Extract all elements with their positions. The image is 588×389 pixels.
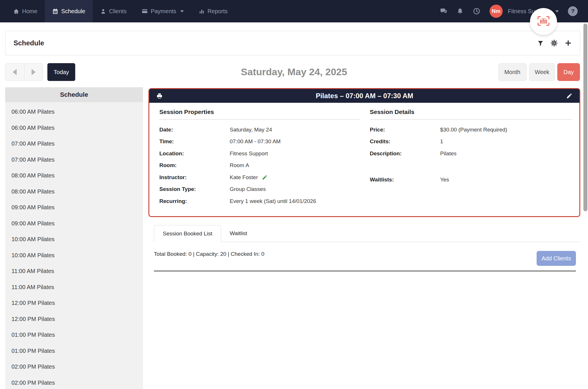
add-clients-button[interactable]: Add Clients: [537, 251, 576, 266]
person-icon: [100, 8, 106, 14]
nav-item-payments[interactable]: Payments: [134, 0, 191, 22]
property-value: Every 1 week (Sat) until 14/01/2026: [230, 198, 316, 204]
detail-value: Yes: [440, 177, 449, 183]
edit-session-icon[interactable]: [566, 93, 572, 99]
property-row: Date: Saturday, May 24: [159, 124, 360, 136]
print-icon[interactable]: [156, 93, 163, 99]
list-item[interactable]: 10:00 AM Pilates: [5, 231, 143, 247]
list-item[interactable]: 08:00 AM Pilates: [5, 168, 143, 184]
list-item[interactable]: 11:00 AM Pilates: [5, 263, 143, 279]
nav-item-clients[interactable]: Clients: [93, 0, 134, 22]
help-icon[interactable]: ?: [568, 6, 578, 16]
property-value: Fitness Support: [230, 150, 268, 157]
view-week-button[interactable]: Week: [529, 63, 555, 81]
detail-value: 1: [440, 138, 443, 145]
avatar[interactable]: Nm: [490, 5, 503, 18]
detail-row: Price: $30.00 (Payment Required): [370, 124, 572, 136]
session-detail-card: Pilates – 07:00 AM – 07:30 AM Session Pr…: [148, 88, 580, 217]
nav-item-home[interactable]: Home: [6, 0, 45, 22]
chat-icon[interactable]: [440, 7, 447, 15]
booked-list-tabs: Session Booked List Waitlist: [154, 225, 580, 242]
filter-icon[interactable]: [537, 40, 544, 47]
list-item[interactable]: 09:00 AM Pilates: [5, 200, 143, 216]
property-label: Instructor:: [159, 174, 230, 181]
bell-icon[interactable]: [457, 8, 464, 15]
main-nav: Home Schedule Clients Payments: [6, 0, 235, 22]
session-card-header: Pilates – 07:00 AM – 07:30 AM: [149, 89, 579, 103]
avatar-initials: Nm: [492, 8, 501, 14]
view-month-button[interactable]: Month: [498, 63, 527, 81]
property-row: Time: 07:00 AM - 07:30 AM: [159, 136, 360, 148]
navbar-actions: Nm Fitness Support . ?: [440, 0, 578, 22]
property-value: Room A: [230, 162, 249, 169]
chevron-down-icon: [180, 10, 184, 12]
list-item[interactable]: 02:00 PM Pilates: [5, 375, 143, 389]
nav-item-reports[interactable]: Reports: [191, 0, 235, 22]
property-value: Saturday, May 24: [230, 127, 272, 133]
list-item[interactable]: 11:00 AM Pilates: [5, 279, 143, 295]
property-label: Room:: [159, 162, 230, 169]
section-divider: [159, 119, 360, 120]
property-label: Time:: [159, 138, 230, 145]
plus-icon[interactable]: [564, 39, 572, 47]
property-label: Location:: [159, 150, 230, 157]
clock-icon[interactable]: [473, 7, 480, 15]
bar-chart-icon: [199, 8, 205, 14]
list-item[interactable]: 10:00 AM Pilates: [5, 247, 143, 264]
list-item[interactable]: 06:00 AM Pilates: [5, 120, 143, 136]
tab-session-booked-list[interactable]: Session Booked List: [154, 225, 221, 242]
list-item[interactable]: 07:00 AM Pilates: [5, 152, 143, 168]
gear-icon[interactable]: [551, 40, 558, 47]
page-header-card: Schedule: [5, 31, 580, 55]
page-title: Schedule: [13, 39, 44, 47]
session-title: Pilates – 07:00 AM – 07:30 AM: [163, 92, 566, 100]
top-navbar: Home Schedule Clients Payments: [0, 0, 588, 22]
list-item[interactable]: 12:00 PM Pilates: [5, 311, 143, 327]
list-item[interactable]: 01:00 PM Pilates: [5, 343, 143, 359]
nav-item-label: Home: [22, 8, 37, 15]
detail-row: Waitlists: Yes: [370, 174, 572, 186]
list-item[interactable]: 08:00 AM Pilates: [5, 184, 143, 200]
app-window: Home Schedule Clients Payments: [0, 0, 588, 389]
chevron-down-icon: [555, 10, 559, 12]
property-label: Session Type:: [159, 186, 230, 192]
property-row: Recurring: Every 1 week (Sat) until 14/0…: [159, 195, 360, 207]
spacer: [370, 160, 572, 174]
detail-row: Description: Pilates: [370, 148, 572, 160]
list-item[interactable]: 06:00 AM Pilates: [5, 104, 143, 120]
property-value: 07:00 AM - 07:30 AM: [230, 138, 281, 145]
booked-summary: Total Booked: 0 | Capacity: 20 | Checked…: [154, 250, 264, 258]
list-item[interactable]: 12:00 PM Pilates: [5, 295, 143, 311]
property-row: Location: Fitness Support: [159, 148, 360, 160]
nav-item-label: Clients: [109, 8, 127, 15]
detail-label: Description:: [370, 150, 440, 157]
property-value: Group Classes: [230, 186, 266, 192]
detail-label: Waitlists:: [370, 177, 440, 183]
section-heading: Session Details: [370, 108, 572, 116]
page-header-actions: [537, 39, 572, 47]
list-item[interactable]: 09:00 AM Pilates: [5, 216, 143, 232]
list-item[interactable]: 01:00 PM Pilates: [5, 327, 143, 343]
sidebar-title: Schedule: [5, 87, 143, 102]
property-label: Recurring:: [159, 198, 230, 204]
detail-value: $30.00 (Payment Required): [440, 127, 507, 133]
list-item[interactable]: 07:00 AM Pilates: [5, 136, 143, 152]
section-heading: Session Properties: [159, 108, 360, 116]
list-item[interactable]: 02:00 PM Pilates: [5, 359, 143, 375]
credit-card-icon: [142, 8, 148, 14]
property-row: Session Type: Group Classes: [159, 183, 360, 196]
tab-waitlist[interactable]: Waitlist: [221, 225, 256, 242]
view-day-button[interactable]: Day: [557, 63, 580, 81]
nav-item-schedule[interactable]: Schedule: [45, 0, 92, 22]
barcode-scan-icon: [537, 15, 550, 28]
barcode-scan-button[interactable]: [530, 8, 557, 35]
nav-item-label: Payments: [151, 8, 176, 15]
help-glyph: ?: [571, 8, 575, 15]
detail-label: Credits:: [370, 138, 440, 145]
property-label: Date:: [159, 127, 230, 133]
nav-item-label: Schedule: [61, 8, 85, 15]
edit-instructor-icon[interactable]: [262, 175, 268, 180]
scrollbar-thumb[interactable]: [583, 24, 587, 211]
home-icon: [13, 8, 19, 14]
detail-value: Pilates: [440, 150, 457, 157]
